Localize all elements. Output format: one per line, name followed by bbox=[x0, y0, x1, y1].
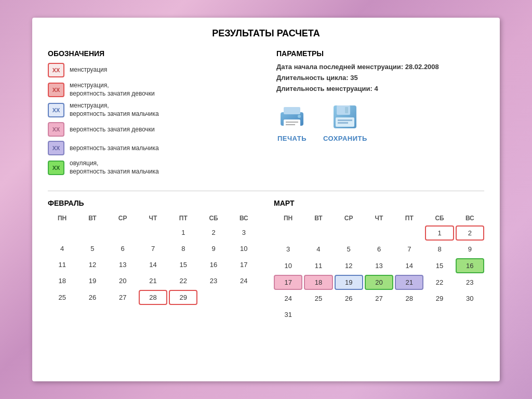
print-icon bbox=[276, 103, 308, 131]
param-cycle-value: 35 bbox=[350, 74, 357, 82]
legend-text-1: менструация bbox=[70, 66, 107, 74]
mar-cell: 14 bbox=[395, 258, 423, 273]
svg-point-5 bbox=[298, 115, 301, 118]
march-title: МАРТ bbox=[274, 199, 484, 207]
legend-text-3: менструация,вероятность зачатия мальчика bbox=[70, 102, 159, 118]
svg-rect-2 bbox=[284, 119, 300, 128]
feb-cell: 1 bbox=[169, 225, 197, 240]
february-grid: ПН ВТ СР ЧТ ПТ СБ ВС 1 2 3 4 5 6 7 bbox=[48, 212, 258, 305]
mar-cell-17: 17 bbox=[274, 275, 302, 290]
legend-text-5: вероятность зачатия мальчика bbox=[70, 144, 159, 153]
feb-cell: 26 bbox=[78, 290, 107, 305]
mar-cell-21: 21 bbox=[395, 275, 423, 290]
legend-box-5: ХХ bbox=[48, 141, 64, 155]
legend-item-5: ХХ вероятность зачатия мальчика bbox=[48, 141, 256, 155]
legend-text-4: вероятность зачатия девочки bbox=[70, 126, 155, 134]
february-title: ФЕВРАЛЬ bbox=[48, 199, 258, 207]
mar-cell: 5 bbox=[335, 242, 363, 257]
feb-cell: 21 bbox=[139, 274, 167, 288]
mar-cell-19: 19 bbox=[335, 275, 363, 290]
legend-item-2: ХХ менструация,вероятность зачатия девоч… bbox=[48, 82, 256, 98]
save-button[interactable]: СОХРАНИТЬ bbox=[323, 103, 367, 142]
param-date-label: Дата начала последней менструации: bbox=[276, 63, 403, 71]
feb-cell: 6 bbox=[109, 242, 137, 256]
buttons-row: ПЕЧАТЬ bbox=[276, 103, 484, 142]
param-cycle-label: Длительность цикла: bbox=[276, 74, 349, 82]
mar-cell: 27 bbox=[365, 291, 393, 306]
mar-cell bbox=[395, 225, 423, 241]
march-grid: ПН ВТ СР ЧТ ПТ СБ ВС 1 2 3 4 5 6 bbox=[274, 212, 484, 322]
mar-col-6: СБ bbox=[425, 212, 454, 224]
mar-col-5: ПТ bbox=[395, 212, 423, 224]
legend-box-6: ХХ bbox=[48, 161, 64, 175]
feb-cell: 4 bbox=[48, 242, 76, 256]
mar-cell bbox=[365, 225, 393, 241]
feb-cell: 18 bbox=[48, 274, 76, 288]
mar-cell: 11 bbox=[304, 258, 332, 273]
mar-cell-2: 2 bbox=[456, 225, 484, 241]
feb-cell: 27 bbox=[109, 290, 137, 305]
feb-cell: 25 bbox=[48, 290, 76, 305]
feb-col-4: ЧТ bbox=[139, 212, 167, 224]
feb-col-6: СБ bbox=[199, 212, 228, 224]
feb-cell-29: 29 bbox=[169, 290, 197, 305]
calendars-section: ФЕВРАЛЬ ПН ВТ СР ЧТ ПТ СБ ВС 1 2 3 4 bbox=[48, 199, 484, 322]
mar-cell: 25 bbox=[304, 291, 332, 306]
feb-cell: 14 bbox=[139, 258, 167, 272]
mar-cell bbox=[335, 308, 363, 322]
svg-rect-11 bbox=[338, 122, 348, 124]
print-label: ПЕЧАТЬ bbox=[277, 135, 307, 142]
feb-cell: 10 bbox=[230, 242, 258, 256]
param-menses-value: 4 bbox=[374, 85, 378, 92]
mar-cell bbox=[304, 308, 332, 322]
params-section: ПАРАМЕТРЫ Дата начала последней менструа… bbox=[276, 49, 484, 180]
feb-cell: 11 bbox=[48, 258, 76, 272]
feb-col-5: ПТ bbox=[169, 212, 197, 224]
params-title: ПАРАМЕТРЫ bbox=[276, 49, 484, 58]
mar-cell: 15 bbox=[425, 258, 454, 273]
mar-cell bbox=[365, 308, 393, 322]
feb-cell bbox=[78, 225, 107, 240]
legend-text-6: овуляция,вероятность зачатия мальчика bbox=[70, 159, 159, 176]
mar-col-3: СР bbox=[335, 212, 363, 224]
legend-box-4: ХХ bbox=[48, 122, 64, 137]
mar-col-4: ЧТ bbox=[365, 212, 393, 224]
legend-item-6: ХХ овуляция,вероятность зачатия мальчика bbox=[48, 159, 256, 176]
mar-cell bbox=[335, 225, 363, 241]
feb-cell: 15 bbox=[169, 258, 197, 272]
svg-rect-1 bbox=[284, 107, 300, 114]
mar-cell-18: 18 bbox=[304, 275, 332, 290]
legend-box-1: ХХ bbox=[48, 63, 64, 77]
feb-cell-28: 28 bbox=[139, 290, 167, 305]
mar-cell: 28 bbox=[395, 291, 423, 306]
feb-cell: 24 bbox=[230, 274, 258, 288]
feb-cell: 16 bbox=[199, 258, 228, 272]
mar-col-1: ПН bbox=[274, 212, 302, 224]
mar-cell: 3 bbox=[274, 242, 302, 257]
february-calendar: ФЕВРАЛЬ ПН ВТ СР ЧТ ПТ СБ ВС 1 2 3 4 bbox=[48, 199, 258, 322]
mar-cell bbox=[304, 225, 332, 241]
save-label: СОХРАНИТЬ bbox=[323, 135, 367, 142]
mar-cell: 29 bbox=[425, 291, 454, 306]
mar-cell bbox=[456, 308, 484, 322]
feb-cell bbox=[139, 225, 167, 240]
page-title: РЕЗУЛЬТАТЫ РАСЧЕТА bbox=[48, 28, 484, 39]
mar-cell: 13 bbox=[365, 258, 393, 273]
save-icon bbox=[329, 103, 361, 131]
mar-cell: 24 bbox=[274, 291, 302, 306]
mar-cell bbox=[425, 308, 454, 322]
feb-cell: 13 bbox=[109, 258, 137, 272]
feb-cell: 9 bbox=[199, 242, 228, 256]
feb-col-3: СР bbox=[109, 212, 137, 224]
mar-cell: 26 bbox=[335, 291, 363, 306]
mar-cell-31: 31 bbox=[274, 308, 302, 322]
mar-col-7: ВС bbox=[456, 212, 484, 224]
top-section: ОБОЗНАЧЕНИЯ ХХ менструация ХХ менструаци… bbox=[48, 49, 484, 180]
mar-cell bbox=[274, 225, 302, 241]
print-button[interactable]: ПЕЧАТЬ bbox=[276, 103, 308, 142]
param-date: Дата начала последней менструации: 28.02… bbox=[276, 63, 484, 71]
mar-cell: 4 bbox=[304, 242, 332, 257]
legend-text-2: менструация,вероятность зачатия девочки bbox=[70, 82, 155, 98]
param-date-value: 28.02.2008 bbox=[405, 63, 439, 71]
mar-cell: 10 bbox=[274, 258, 302, 273]
